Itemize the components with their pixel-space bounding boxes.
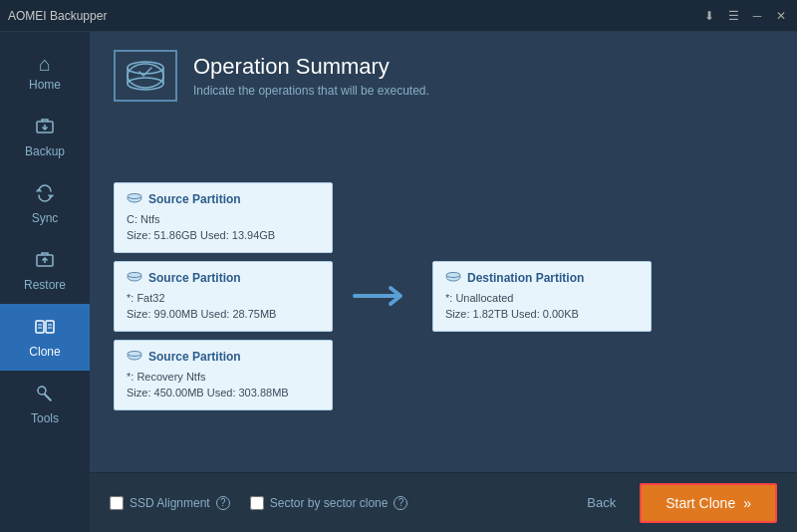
- header-icon-box: [114, 50, 177, 102]
- destination-partition-1-title: Destination Partition: [445, 270, 639, 286]
- destination-partitions: Destination Partition *: Unallocated Siz…: [432, 261, 652, 332]
- sidebar-item-home-label: Home: [29, 78, 61, 92]
- disk-icon-3: [127, 349, 142, 365]
- ssd-alignment-label[interactable]: SSD Alignment: [130, 496, 210, 510]
- clone-icon: [34, 316, 56, 341]
- source-partitions: Source Partition C: Ntfs Size: 51.86GB U…: [114, 182, 333, 410]
- content-area: Operation Summary Indicate the operation…: [90, 32, 797, 532]
- ssd-alignment-help-icon[interactable]: ?: [216, 496, 230, 510]
- content-footer: SSD Alignment ? Sector by sector clone ?…: [90, 472, 797, 532]
- sidebar-item-restore-label: Restore: [24, 278, 66, 292]
- clone-arrow: [353, 280, 412, 312]
- minimize-btn[interactable]: ─: [749, 8, 765, 24]
- disk-icon-2: [127, 270, 142, 286]
- disk-icon-1: [127, 191, 142, 207]
- content-main: Source Partition C: Ntfs Size: 51.86GB U…: [90, 120, 797, 472]
- destination-partition-1: Destination Partition *: Unallocated Siz…: [432, 261, 652, 332]
- ssd-alignment-group: SSD Alignment ?: [110, 496, 230, 510]
- ssd-alignment-checkbox[interactable]: [110, 496, 124, 510]
- titlebar: AOMEI Backupper ⬇ ☰ ─ ✕: [0, 0, 797, 32]
- app-body: ⌂ Home Backup: [0, 32, 797, 532]
- source-partition-1-info: C: Ntfs Size: 51.86GB Used: 13.94GB: [127, 211, 320, 244]
- sidebar-item-tools-label: Tools: [31, 411, 59, 425]
- sidebar-item-backup-label: Backup: [25, 144, 65, 158]
- svg-point-18: [128, 272, 141, 277]
- page-subtitle: Indicate the operations that will be exe…: [193, 84, 429, 98]
- download-btn[interactable]: ⬇: [701, 8, 717, 24]
- dest-disk-icon: [445, 270, 461, 286]
- close-btn[interactable]: ✕: [773, 8, 789, 24]
- page-title: Operation Summary: [193, 54, 429, 80]
- sidebar-item-home[interactable]: ⌂ Home: [0, 42, 90, 104]
- destination-partition-1-info: *: Unallocated Size: 1.82TB Used: 0.00KB: [445, 290, 639, 323]
- start-clone-label: Start Clone: [665, 495, 735, 511]
- sidebar: ⌂ Home Backup: [0, 32, 90, 532]
- sector-by-sector-label[interactable]: Sector by sector clone: [270, 496, 389, 510]
- sector-by-sector-help-icon[interactable]: ?: [394, 496, 407, 510]
- source-partition-1: Source Partition C: Ntfs Size: 51.86GB U…: [114, 182, 333, 253]
- source-partition-2-info: *: Fat32 Size: 99.00MB Used: 28.75MB: [127, 290, 320, 323]
- sidebar-item-clone[interactable]: Clone: [0, 304, 90, 371]
- sector-by-sector-checkbox[interactable]: [250, 496, 264, 510]
- svg-point-20: [128, 351, 141, 356]
- sidebar-item-sync[interactable]: Sync: [0, 170, 90, 237]
- backup-icon: [34, 116, 56, 140]
- svg-point-16: [128, 193, 141, 198]
- window-controls: ⬇ ☰ ─ ✕: [701, 8, 789, 24]
- sync-icon: [34, 182, 56, 207]
- svg-rect-4: [36, 321, 44, 333]
- svg-point-10: [128, 64, 163, 88]
- source-partition-3-info: *: Recovery Ntfs Size: 450.00MB Used: 30…: [127, 369, 320, 401]
- sidebar-item-tools[interactable]: Tools: [0, 371, 90, 437]
- svg-rect-5: [46, 321, 54, 333]
- app-title: AOMEI Backupper: [8, 9, 107, 23]
- start-clone-button[interactable]: Start Clone »: [640, 483, 777, 523]
- footer-options: SSD Alignment ? Sector by sector clone ?: [110, 496, 407, 510]
- source-partition-3-title: Source Partition: [127, 349, 320, 365]
- source-partition-2: Source Partition *: Fat32 Size: 99.00MB …: [114, 261, 333, 332]
- sidebar-item-sync-label: Sync: [32, 211, 59, 225]
- sidebar-item-restore[interactable]: Restore: [0, 237, 90, 304]
- start-clone-arrow-icon: »: [743, 495, 751, 511]
- home-icon: ⌂: [39, 54, 51, 74]
- footer-buttons: Back Start Clone »: [575, 483, 777, 523]
- tools-icon: [34, 383, 56, 407]
- restore-icon: [34, 249, 56, 274]
- menu-btn[interactable]: ☰: [725, 8, 741, 24]
- svg-point-22: [446, 272, 460, 277]
- header-text: Operation Summary Indicate the operation…: [193, 54, 429, 98]
- sidebar-item-backup[interactable]: Backup: [0, 104, 90, 170]
- sidebar-item-clone-label: Clone: [29, 345, 60, 359]
- clone-diagram: Source Partition C: Ntfs Size: 51.86GB U…: [114, 182, 773, 410]
- source-partition-3: Source Partition *: Recovery Ntfs Size: …: [114, 340, 333, 410]
- sector-by-sector-group: Sector by sector clone ?: [250, 496, 408, 510]
- back-button[interactable]: Back: [575, 489, 628, 516]
- source-partition-2-title: Source Partition: [127, 270, 320, 286]
- source-partition-1-title: Source Partition: [127, 191, 320, 207]
- content-header: Operation Summary Indicate the operation…: [90, 32, 797, 120]
